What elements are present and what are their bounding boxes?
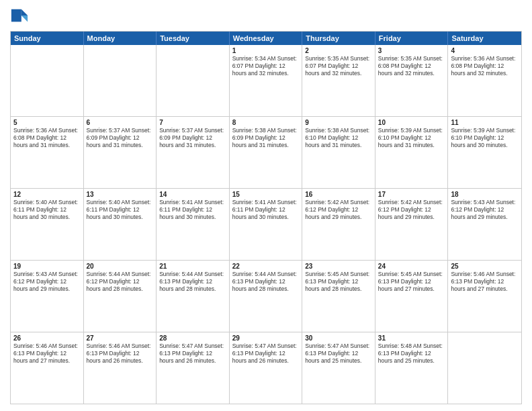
day-cell: 29Sunrise: 5:47 AM Sunset: 6:13 PM Dayli…	[230, 332, 303, 404]
day-number: 29	[232, 334, 300, 342]
day-cell: 16Sunrise: 5:42 AM Sunset: 6:12 PM Dayli…	[302, 189, 375, 260]
header	[10, 7, 522, 26]
day-cell: 11Sunrise: 5:39 AM Sunset: 6:10 PM Dayli…	[448, 117, 521, 188]
day-cell: 26Sunrise: 5:46 AM Sunset: 6:13 PM Dayli…	[11, 332, 84, 404]
day-cell: 10Sunrise: 5:39 AM Sunset: 6:10 PM Dayli…	[375, 117, 449, 188]
day-number: 22	[232, 263, 300, 270]
day-cell: 6Sunrise: 5:37 AM Sunset: 6:09 PM Daylig…	[84, 117, 157, 188]
day-number: 1	[232, 47, 300, 54]
day-cell: 1Sunrise: 5:34 AM Sunset: 6:07 PM Daylig…	[230, 45, 303, 116]
day-number: 3	[378, 47, 445, 54]
day-info: Sunrise: 5:46 AM Sunset: 6:13 PM Dayligh…	[87, 342, 154, 365]
day-info: Sunrise: 5:46 AM Sunset: 6:13 PM Dayligh…	[451, 271, 519, 293]
day-info: Sunrise: 5:42 AM Sunset: 6:12 PM Dayligh…	[378, 199, 445, 221]
day-number: 10	[378, 119, 445, 126]
week-row-4: 19Sunrise: 5:43 AM Sunset: 6:12 PM Dayli…	[11, 261, 521, 332]
day-info: Sunrise: 5:44 AM Sunset: 6:12 PM Dayligh…	[87, 271, 154, 293]
logo	[10, 7, 32, 26]
day-info: Sunrise: 5:41 AM Sunset: 6:11 PM Dayligh…	[159, 199, 226, 221]
week-row-2: 5Sunrise: 5:36 AM Sunset: 6:08 PM Daylig…	[11, 117, 521, 189]
day-number: 27	[87, 334, 154, 342]
svg-marker-1	[21, 15, 28, 21]
day-info: Sunrise: 5:38 AM Sunset: 6:10 PM Dayligh…	[305, 127, 372, 149]
day-number: 14	[159, 191, 226, 198]
day-number: 9	[305, 119, 372, 126]
day-info: Sunrise: 5:35 AM Sunset: 6:07 PM Dayligh…	[305, 55, 372, 77]
day-info: Sunrise: 5:36 AM Sunset: 6:08 PM Dayligh…	[451, 55, 519, 77]
day-cell: 5Sunrise: 5:36 AM Sunset: 6:08 PM Daylig…	[11, 117, 84, 188]
day-number: 13	[87, 191, 154, 198]
day-number: 2	[305, 47, 372, 54]
day-info: Sunrise: 5:45 AM Sunset: 6:13 PM Dayligh…	[305, 271, 372, 293]
day-number: 19	[13, 263, 81, 270]
calendar: SundayMondayTuesdayWednesdayThursdayFrid…	[10, 31, 522, 404]
day-cell: 13Sunrise: 5:40 AM Sunset: 6:11 PM Dayli…	[84, 189, 157, 260]
day-cell: 18Sunrise: 5:43 AM Sunset: 6:12 PM Dayli…	[448, 189, 521, 260]
day-cell: 21Sunrise: 5:44 AM Sunset: 6:13 PM Dayli…	[157, 261, 230, 332]
day-info: Sunrise: 5:43 AM Sunset: 6:12 PM Dayligh…	[13, 271, 81, 293]
day-cell: 4Sunrise: 5:36 AM Sunset: 6:08 PM Daylig…	[448, 45, 521, 116]
day-cell: 9Sunrise: 5:38 AM Sunset: 6:10 PM Daylig…	[302, 117, 375, 188]
day-cell	[448, 332, 521, 404]
day-cell: 3Sunrise: 5:35 AM Sunset: 6:08 PM Daylig…	[375, 45, 449, 116]
day-number: 15	[232, 191, 300, 198]
day-info: Sunrise: 5:45 AM Sunset: 6:13 PM Dayligh…	[378, 271, 445, 293]
day-number: 5	[13, 119, 81, 126]
day-number: 17	[378, 191, 445, 198]
day-number: 23	[305, 263, 372, 270]
day-header-wednesday: Wednesday	[230, 32, 303, 45]
day-header-sunday: Sunday	[11, 32, 84, 45]
day-info: Sunrise: 5:43 AM Sunset: 6:12 PM Dayligh…	[451, 199, 519, 221]
day-info: Sunrise: 5:37 AM Sunset: 6:09 PM Dayligh…	[87, 127, 154, 149]
day-header-thursday: Thursday	[302, 32, 375, 45]
day-number: 6	[87, 119, 154, 126]
svg-rect-2	[11, 9, 21, 22]
day-info: Sunrise: 5:41 AM Sunset: 6:11 PM Dayligh…	[232, 199, 300, 221]
day-cell: 14Sunrise: 5:41 AM Sunset: 6:11 PM Dayli…	[157, 189, 230, 260]
day-info: Sunrise: 5:40 AM Sunset: 6:11 PM Dayligh…	[87, 199, 154, 221]
day-info: Sunrise: 5:44 AM Sunset: 6:13 PM Dayligh…	[159, 271, 226, 293]
day-info: Sunrise: 5:37 AM Sunset: 6:09 PM Dayligh…	[159, 127, 226, 149]
day-cell: 31Sunrise: 5:48 AM Sunset: 6:13 PM Dayli…	[375, 332, 449, 404]
day-info: Sunrise: 5:35 AM Sunset: 6:08 PM Dayligh…	[378, 55, 445, 77]
day-header-friday: Friday	[375, 32, 449, 45]
day-info: Sunrise: 5:47 AM Sunset: 6:13 PM Dayligh…	[305, 342, 372, 365]
day-header-tuesday: Tuesday	[157, 32, 230, 45]
day-cell	[84, 45, 157, 116]
day-cell: 12Sunrise: 5:40 AM Sunset: 6:11 PM Dayli…	[11, 189, 84, 260]
day-cell: 8Sunrise: 5:38 AM Sunset: 6:09 PM Daylig…	[230, 117, 303, 188]
day-info: Sunrise: 5:40 AM Sunset: 6:11 PM Dayligh…	[13, 199, 81, 221]
week-row-3: 12Sunrise: 5:40 AM Sunset: 6:11 PM Dayli…	[11, 189, 521, 261]
day-number: 24	[378, 263, 445, 270]
day-number: 8	[232, 119, 300, 126]
week-row-1: 1Sunrise: 5:34 AM Sunset: 6:07 PM Daylig…	[11, 45, 521, 117]
day-number: 28	[159, 334, 226, 342]
day-cell: 28Sunrise: 5:47 AM Sunset: 6:13 PM Dayli…	[157, 332, 230, 404]
day-cell: 27Sunrise: 5:46 AM Sunset: 6:13 PM Dayli…	[84, 332, 157, 404]
day-cell	[11, 45, 84, 116]
day-cell: 25Sunrise: 5:46 AM Sunset: 6:13 PM Dayli…	[448, 261, 521, 332]
day-cell: 2Sunrise: 5:35 AM Sunset: 6:07 PM Daylig…	[302, 45, 375, 116]
weeks: 1Sunrise: 5:34 AM Sunset: 6:07 PM Daylig…	[11, 45, 521, 404]
day-header-saturday: Saturday	[448, 32, 521, 45]
day-info: Sunrise: 5:34 AM Sunset: 6:07 PM Dayligh…	[232, 55, 300, 77]
day-cell: 19Sunrise: 5:43 AM Sunset: 6:12 PM Dayli…	[11, 261, 84, 332]
day-info: Sunrise: 5:38 AM Sunset: 6:09 PM Dayligh…	[232, 127, 300, 149]
day-info: Sunrise: 5:42 AM Sunset: 6:12 PM Dayligh…	[305, 199, 372, 221]
day-number: 21	[159, 263, 226, 270]
day-number: 7	[159, 119, 226, 126]
day-cell	[157, 45, 230, 116]
day-number: 12	[13, 191, 81, 198]
week-row-5: 26Sunrise: 5:46 AM Sunset: 6:13 PM Dayli…	[11, 332, 521, 404]
day-info: Sunrise: 5:48 AM Sunset: 6:13 PM Dayligh…	[378, 342, 445, 365]
day-cell: 24Sunrise: 5:45 AM Sunset: 6:13 PM Dayli…	[375, 261, 449, 332]
day-cell: 15Sunrise: 5:41 AM Sunset: 6:11 PM Dayli…	[230, 189, 303, 260]
day-cell: 7Sunrise: 5:37 AM Sunset: 6:09 PM Daylig…	[157, 117, 230, 188]
day-info: Sunrise: 5:47 AM Sunset: 6:13 PM Dayligh…	[159, 342, 226, 365]
day-info: Sunrise: 5:39 AM Sunset: 6:10 PM Dayligh…	[378, 127, 445, 149]
day-info: Sunrise: 5:39 AM Sunset: 6:10 PM Dayligh…	[451, 127, 519, 149]
day-headers: SundayMondayTuesdayWednesdayThursdayFrid…	[11, 32, 521, 45]
day-number: 31	[378, 334, 445, 342]
day-cell: 22Sunrise: 5:44 AM Sunset: 6:13 PM Dayli…	[230, 261, 303, 332]
page: SundayMondayTuesdayWednesdayThursdayFrid…	[0, 0, 532, 411]
